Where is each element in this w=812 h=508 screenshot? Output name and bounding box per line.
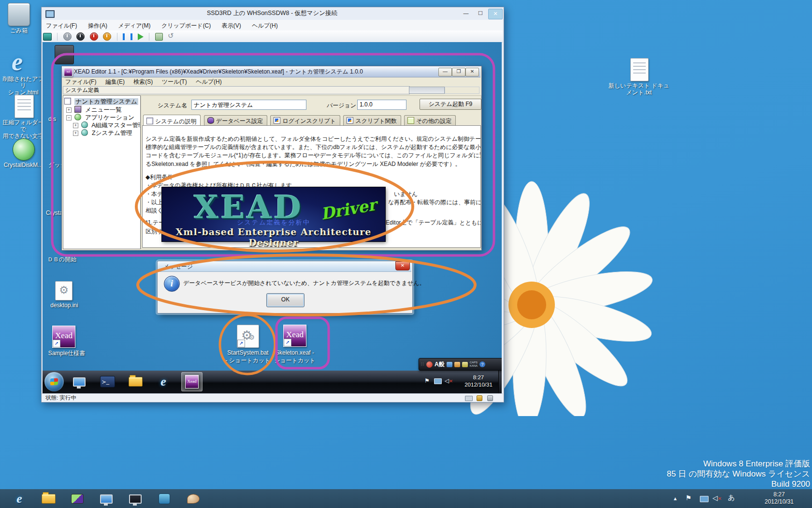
document-icon <box>64 98 71 105</box>
vm-icon-db-start-label[interactable]: ＤＢの開始 <box>47 256 76 263</box>
ime-mode-indicator[interactable]: A般 <box>435 360 445 369</box>
host-taskbar-ie-icon[interactable]: e <box>7 490 32 508</box>
system-description-textbox[interactable]: システム定義を新規作成するための初期値として、フォルダ全体をコピーしたうえでご利… <box>142 125 481 248</box>
subsystem-icon <box>81 121 88 128</box>
power-gray-icon[interactable] <box>63 32 72 41</box>
batch-file-gears-icon: ⚙⚙ ↗ <box>237 325 259 348</box>
vm-tray-clock[interactable]: 8:27 2012/10/31 <box>456 374 501 388</box>
vm-ime-language-bar[interactable]: ⁞⁞ A般 CAPSKANA ? <box>419 358 502 371</box>
vm-taskbar-ie-icon[interactable]: e <box>153 373 174 391</box>
host-tray-clock[interactable]: 8:27 2012/10/31 <box>754 491 804 506</box>
terms-fragment-right: いません <box>394 190 418 198</box>
vm-title-bar[interactable]: SSD3RD 上の WHSonSSDW8 - 仮想マシン接続 — ☐ ✕ <box>42 7 503 20</box>
vm-close-button[interactable]: ✕ <box>488 9 503 19</box>
stop-icon[interactable] <box>76 32 85 41</box>
vm-taskbar-xead-icon-active[interactable]: Xead <box>181 372 203 391</box>
expand-minus-icon[interactable]: − <box>66 115 72 120</box>
tree-item-label: A組織マスター管理 <box>91 122 141 129</box>
vm-connection-window: SSD3RD 上の WHSonSSDW8 - 仮想マシン接続 — ☐ ✕ ファイ… <box>41 7 504 403</box>
host-taskbar-app-icon[interactable] <box>181 490 206 508</box>
settings-doc-icon <box>407 117 414 124</box>
host-taskbar-app-icon[interactable] <box>152 490 177 508</box>
vm-desktop-icon-top[interactable] <box>55 45 74 64</box>
vm-taskbar-server-manager-icon[interactable] <box>69 373 89 391</box>
vm-show-desktop-button[interactable] <box>498 371 502 393</box>
host-tray-up-arrow-icon[interactable]: ▴ <box>674 494 677 502</box>
xead-maximize-button[interactable]: ❐ <box>452 68 465 76</box>
vm-start-button[interactable] <box>44 372 64 391</box>
version-field[interactable]: 1.0.0 <box>357 100 406 110</box>
header-right-box <box>445 87 479 94</box>
vm-tray-flag-icon[interactable]: ⚑ <box>424 377 430 385</box>
vm-minimize-button[interactable]: — <box>459 9 473 18</box>
dialog-title-bar[interactable]: メッセージ ✕ <box>158 261 411 272</box>
xead-title-bar[interactable]: xd XEAD Editor 1.1 - [C:¥Program Files (… <box>62 66 480 77</box>
xead-minimize-button[interactable]: — <box>438 68 452 76</box>
vm-taskbar-explorer-icon[interactable] <box>125 373 145 391</box>
host-tray-volume-muted-icon[interactable]: ◁✕ <box>712 494 722 503</box>
script-icon <box>347 117 353 124</box>
license-line3: Build 9200 <box>532 479 810 489</box>
xead-driver-splash: XEAD Driver システム定義を分析中 Xml-based Enterpr… <box>162 187 385 241</box>
tree-item-z-sys-admin[interactable]: + Zシステム管理 <box>73 129 132 137</box>
ime-pen-icon[interactable] <box>426 361 433 368</box>
power-off-icon[interactable] <box>90 32 98 41</box>
expand-plus-icon[interactable]: + <box>66 107 72 113</box>
tree-item-menu-list[interactable]: + メニュー一覧 <box>66 106 122 114</box>
vm-maximize-button[interactable]: ☐ <box>474 9 487 18</box>
revert-icon[interactable]: ↺ <box>168 31 174 40</box>
xead-close-button[interactable]: ✕ <box>465 68 479 76</box>
host-taskbar-app-icon[interactable] <box>123 490 148 508</box>
new-text-doc-label-line1: 新しいテキスト ドキュ <box>609 82 669 89</box>
host-tray-flag-icon[interactable]: ⚑ <box>685 494 692 502</box>
expand-plus-icon[interactable]: + <box>73 123 78 128</box>
license-line1: Windows 8 Enterprise 評価版 <box>532 459 810 469</box>
tree-item-a-org-master[interactable]: + A組織マスター管理 <box>73 121 141 130</box>
recycle-bin-icon <box>8 3 30 26</box>
ime-tools-icon[interactable] <box>462 362 468 367</box>
pause-icon[interactable] <box>123 33 132 40</box>
play-icon[interactable] <box>138 33 144 40</box>
host-taskbar-explorer-icon[interactable] <box>36 490 61 508</box>
description-line: システム定義を新規作成するための初期値として、フォルダ全体をコピーしたうえでご利… <box>145 135 481 143</box>
system-name-field[interactable]: ナントカ管理システム <box>191 100 306 110</box>
monitor-icon <box>129 494 142 504</box>
host-tray-ime-indicator[interactable]: あ <box>728 493 735 501</box>
crystaldiskmark-label: CrystalDiskM... <box>0 162 46 168</box>
vm-tray-volume-icon[interactable]: ◁✕ <box>445 377 453 385</box>
vm-icon-label-fragment[interactable]: Crysta <box>46 209 63 217</box>
crystaldiskmark-icon <box>13 138 35 161</box>
tree-item-application[interactable]: − アプリケーション <box>66 114 134 122</box>
vm-taskbar-powershell-icon[interactable]: ≻_ <box>97 373 117 391</box>
status-monitor-icon <box>465 396 473 401</box>
snapshot-icon[interactable] <box>155 33 163 41</box>
host-taskbar-app-icon[interactable] <box>94 490 119 508</box>
grip-icon: ⁞⁞ <box>421 362 424 367</box>
power-save-icon[interactable] <box>103 32 111 41</box>
expand-plus-icon[interactable]: + <box>73 131 78 136</box>
desktop-ini-label: desktop.ini <box>43 302 86 309</box>
host-taskbar-app-icon[interactable] <box>65 490 90 508</box>
dialog-close-button[interactable]: ✕ <box>395 261 410 270</box>
description-line: コードを含むテーブルモジュール(*1)が存在します。業務フローやデータモデル等に… <box>145 151 481 159</box>
system-launch-button[interactable]: システム起動 F9 <box>420 99 481 110</box>
windows-flag-icon <box>50 378 58 385</box>
folder-icon <box>42 494 56 504</box>
monitor-icon <box>100 494 113 504</box>
ok-button[interactable]: OK <box>266 293 304 307</box>
tree-item-root[interactable]: ナントカ管理システム <box>64 98 138 106</box>
terms-fragment-left: 相談く <box>145 207 163 214</box>
ime-dictionary-icon[interactable] <box>454 362 460 367</box>
xead-tab-strip: システムの説明 データベース設定 ログインスクリプト スクリプト関数 その他の設… <box>143 114 479 125</box>
ime-palette-icon[interactable] <box>447 362 452 367</box>
shortcut-arrow-icon: ↗ <box>284 339 291 346</box>
vm-icon-label-fragment[interactable]: d.s <box>48 116 56 123</box>
tree-item-label: アプリケーション <box>85 114 134 121</box>
header-progress-box <box>409 87 445 94</box>
vm-menu-bar: ファイル(F) 操作(A) メディア(M) クリップボード(C) 表示(V) ヘ… <box>42 20 503 30</box>
xead-window-title: XEAD Editor 1.1 - [C:¥Program Files (x86… <box>74 66 435 77</box>
host-tray-network-icon[interactable] <box>700 496 709 502</box>
ime-help-icon[interactable]: ? <box>479 361 485 367</box>
ctrl-alt-del-icon[interactable] <box>43 33 52 41</box>
vm-tray-network-icon[interactable] <box>434 378 442 384</box>
